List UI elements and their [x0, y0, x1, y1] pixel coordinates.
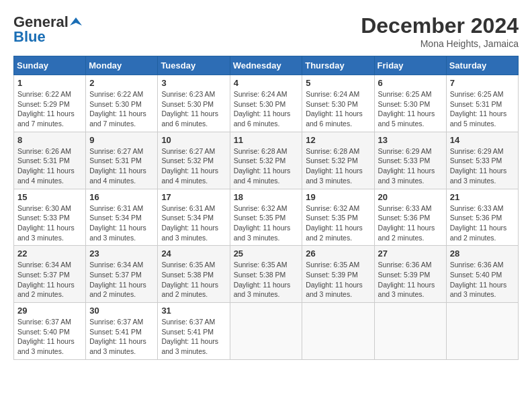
- day-info: Sunrise: 6:26 AMSunset: 5:31 PMDaylight:…: [17, 146, 82, 186]
- calendar-cell: [302, 303, 374, 360]
- day-number: 13: [378, 135, 443, 145]
- weekday-header-friday: Friday: [374, 56, 446, 75]
- day-number: 5: [306, 78, 370, 88]
- day-number: 31: [161, 306, 226, 316]
- day-info: Sunrise: 6:33 AMSunset: 5:36 PMDaylight:…: [378, 203, 443, 243]
- weekday-header-row: SundayMondayTuesdayWednesdayThursdayFrid…: [14, 56, 519, 75]
- calendar-cell: 5Sunrise: 6:24 AMSunset: 5:30 PMDaylight…: [302, 75, 374, 132]
- day-number: 14: [450, 135, 515, 145]
- day-number: 22: [17, 248, 82, 259]
- weekday-header-thursday: Thursday: [302, 56, 374, 75]
- calendar-cell: 20Sunrise: 6:33 AMSunset: 5:36 PMDayligh…: [374, 189, 446, 246]
- logo-blue: Blue: [13, 28, 46, 46]
- day-number: 30: [89, 306, 154, 316]
- calendar-cell: 23Sunrise: 6:34 AMSunset: 5:37 PMDayligh…: [86, 246, 158, 303]
- day-number: 3: [161, 78, 226, 88]
- day-number: 2: [89, 78, 154, 88]
- day-number: 11: [234, 135, 299, 145]
- day-info: Sunrise: 6:27 AMSunset: 5:31 PMDaylight:…: [89, 146, 154, 186]
- month-title: December 2024: [361, 13, 519, 38]
- day-number: 21: [450, 192, 515, 202]
- calendar-cell: 29Sunrise: 6:37 AMSunset: 5:40 PMDayligh…: [14, 303, 86, 360]
- page-header: General Blue December 2024 Mona Heights,…: [13, 13, 519, 49]
- calendar-cell: 2Sunrise: 6:22 AMSunset: 5:30 PMDaylight…: [86, 75, 158, 132]
- calendar-cell: 28Sunrise: 6:36 AMSunset: 5:40 PMDayligh…: [446, 246, 518, 303]
- calendar-table: SundayMondayTuesdayWednesdayThursdayFrid…: [13, 56, 519, 360]
- calendar-cell: 25Sunrise: 6:35 AMSunset: 5:38 PMDayligh…: [230, 246, 302, 303]
- day-number: 19: [306, 192, 370, 202]
- day-number: 25: [234, 248, 299, 259]
- day-number: 27: [378, 248, 443, 259]
- day-number: 12: [306, 135, 370, 145]
- calendar-cell: 8Sunrise: 6:26 AMSunset: 5:31 PMDaylight…: [14, 132, 86, 189]
- calendar-cell: 24Sunrise: 6:35 AMSunset: 5:38 PMDayligh…: [158, 246, 230, 303]
- calendar-cell: 14Sunrise: 6:29 AMSunset: 5:33 PMDayligh…: [446, 132, 518, 189]
- calendar-cell: [230, 303, 302, 360]
- day-info: Sunrise: 6:36 AMSunset: 5:39 PMDaylight:…: [378, 260, 443, 300]
- day-number: 15: [17, 192, 82, 202]
- day-number: 16: [89, 192, 154, 202]
- calendar-cell: 10Sunrise: 6:27 AMSunset: 5:32 PMDayligh…: [158, 132, 230, 189]
- day-number: 17: [161, 192, 226, 202]
- day-number: 18: [234, 192, 299, 202]
- day-info: Sunrise: 6:35 AMSunset: 5:39 PMDaylight:…: [306, 260, 370, 300]
- calendar-cell: 1Sunrise: 6:22 AMSunset: 5:29 PMDaylight…: [14, 75, 86, 132]
- calendar-cell: 6Sunrise: 6:25 AMSunset: 5:30 PMDaylight…: [374, 75, 446, 132]
- day-info: Sunrise: 6:28 AMSunset: 5:32 PMDaylight:…: [306, 146, 370, 186]
- day-info: Sunrise: 6:34 AMSunset: 5:37 PMDaylight:…: [17, 260, 82, 300]
- weekday-header-saturday: Saturday: [446, 56, 518, 75]
- day-info: Sunrise: 6:37 AMSunset: 5:41 PMDaylight:…: [89, 317, 154, 357]
- day-info: Sunrise: 6:25 AMSunset: 5:30 PMDaylight:…: [378, 89, 443, 129]
- weekday-header-wednesday: Wednesday: [230, 56, 302, 75]
- day-info: Sunrise: 6:28 AMSunset: 5:32 PMDaylight:…: [234, 146, 299, 186]
- calendar-cell: 16Sunrise: 6:31 AMSunset: 5:34 PMDayligh…: [86, 189, 158, 246]
- day-info: Sunrise: 6:35 AMSunset: 5:38 PMDaylight:…: [234, 260, 299, 300]
- calendar-cell: 31Sunrise: 6:37 AMSunset: 5:41 PMDayligh…: [158, 303, 230, 360]
- day-info: Sunrise: 6:32 AMSunset: 5:35 PMDaylight:…: [234, 203, 299, 243]
- calendar-cell: 12Sunrise: 6:28 AMSunset: 5:32 PMDayligh…: [302, 132, 374, 189]
- calendar-cell: 22Sunrise: 6:34 AMSunset: 5:37 PMDayligh…: [14, 246, 86, 303]
- logo-bird-icon: [70, 16, 82, 28]
- weekday-header-tuesday: Tuesday: [158, 56, 230, 75]
- day-info: Sunrise: 6:31 AMSunset: 5:34 PMDaylight:…: [89, 203, 154, 243]
- calendar-week-row: 1Sunrise: 6:22 AMSunset: 5:29 PMDaylight…: [14, 75, 519, 132]
- day-info: Sunrise: 6:27 AMSunset: 5:32 PMDaylight:…: [161, 146, 226, 186]
- day-number: 29: [17, 306, 82, 316]
- calendar-cell: 7Sunrise: 6:25 AMSunset: 5:31 PMDaylight…: [446, 75, 518, 132]
- day-number: 1: [17, 78, 82, 88]
- day-info: Sunrise: 6:25 AMSunset: 5:31 PMDaylight:…: [450, 89, 515, 129]
- location: Mona Heights, Jamaica: [361, 38, 519, 49]
- calendar-cell: 26Sunrise: 6:35 AMSunset: 5:39 PMDayligh…: [302, 246, 374, 303]
- day-info: Sunrise: 6:24 AMSunset: 5:30 PMDaylight:…: [234, 89, 299, 129]
- day-number: 6: [378, 78, 443, 88]
- calendar-week-row: 29Sunrise: 6:37 AMSunset: 5:40 PMDayligh…: [14, 303, 519, 360]
- calendar-cell: [446, 303, 518, 360]
- calendar-week-row: 8Sunrise: 6:26 AMSunset: 5:31 PMDaylight…: [14, 132, 519, 189]
- day-number: 7: [450, 78, 515, 88]
- day-number: 4: [234, 78, 299, 88]
- weekday-header-sunday: Sunday: [14, 56, 86, 75]
- day-info: Sunrise: 6:22 AMSunset: 5:30 PMDaylight:…: [89, 89, 154, 129]
- day-info: Sunrise: 6:22 AMSunset: 5:29 PMDaylight:…: [17, 89, 82, 129]
- day-info: Sunrise: 6:36 AMSunset: 5:40 PMDaylight:…: [450, 260, 515, 300]
- calendar-cell: 17Sunrise: 6:31 AMSunset: 5:34 PMDayligh…: [158, 189, 230, 246]
- day-info: Sunrise: 6:23 AMSunset: 5:30 PMDaylight:…: [161, 89, 226, 129]
- svg-marker-0: [70, 17, 82, 26]
- logo: General Blue: [13, 13, 82, 46]
- day-number: 9: [89, 135, 154, 145]
- day-info: Sunrise: 6:37 AMSunset: 5:40 PMDaylight:…: [17, 317, 82, 357]
- day-number: 28: [450, 248, 515, 259]
- calendar-cell: 13Sunrise: 6:29 AMSunset: 5:33 PMDayligh…: [374, 132, 446, 189]
- title-section: December 2024 Mona Heights, Jamaica: [361, 13, 519, 49]
- day-number: 24: [161, 248, 226, 259]
- calendar-cell: 19Sunrise: 6:32 AMSunset: 5:35 PMDayligh…: [302, 189, 374, 246]
- calendar-cell: [374, 303, 446, 360]
- day-info: Sunrise: 6:29 AMSunset: 5:33 PMDaylight:…: [378, 146, 443, 186]
- day-info: Sunrise: 6:31 AMSunset: 5:34 PMDaylight:…: [161, 203, 226, 243]
- day-number: 23: [89, 248, 154, 259]
- day-info: Sunrise: 6:24 AMSunset: 5:30 PMDaylight:…: [306, 89, 370, 129]
- day-number: 8: [17, 135, 82, 145]
- calendar-cell: 27Sunrise: 6:36 AMSunset: 5:39 PMDayligh…: [374, 246, 446, 303]
- calendar-cell: 15Sunrise: 6:30 AMSunset: 5:33 PMDayligh…: [14, 189, 86, 246]
- day-number: 26: [306, 248, 370, 259]
